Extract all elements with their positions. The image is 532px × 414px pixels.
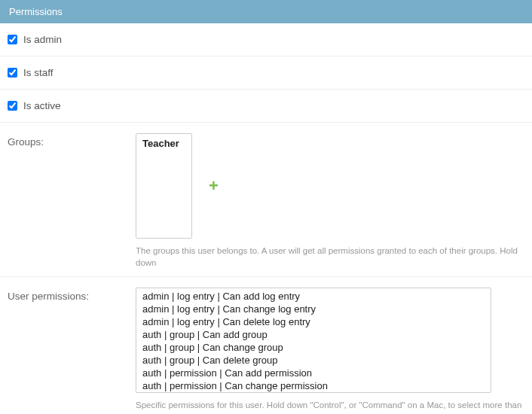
group-option[interactable]: Teacher (138, 135, 190, 151)
groups-label: Groups: (8, 133, 136, 148)
groups-help-text: The groups this user belongs to. A user … (136, 245, 524, 269)
is-staff-checkbox[interactable] (8, 68, 17, 78)
add-group-icon[interactable]: + (209, 178, 219, 194)
is-active-label: Is active (23, 100, 61, 111)
is-admin-checkbox[interactable] (8, 35, 17, 44)
permission-option[interactable]: admin | log entry | Can change log entry (138, 303, 489, 315)
is-active-checkbox[interactable] (8, 101, 17, 111)
permission-option[interactable]: auth | group | Can add group (138, 328, 489, 341)
permission-option[interactable]: auth | permission | Can add permission (138, 367, 489, 379)
user-permissions-select[interactable]: admin | log entry | Can add log entryadm… (136, 288, 491, 393)
is-admin-label: Is admin (23, 34, 62, 45)
permissions-title: Permissions (9, 6, 63, 17)
permission-option[interactable]: auth | group | Can change group (138, 341, 489, 354)
groups-select[interactable]: Teacher (136, 133, 192, 239)
user-permissions-row: User permissions: admin | log entry | Ca… (0, 277, 532, 414)
groups-row: Groups: Teacher + The groups this user b… (0, 123, 532, 277)
user-permissions-label: User permissions: (8, 288, 136, 302)
is-staff-row: Is staff (0, 56, 532, 90)
permissions-header: Permissions (0, 0, 532, 23)
permission-option[interactable]: admin | log entry | Can add log entry (138, 290, 489, 303)
is-active-row: Is active (0, 90, 532, 123)
user-permissions-help-text: Specific permissions for this user. Hold… (136, 399, 524, 414)
is-staff-label: Is staff (23, 67, 54, 78)
permission-option[interactable]: auth | permission | Can change permissio… (138, 379, 489, 392)
is-admin-row: Is admin (0, 23, 532, 56)
permission-option[interactable]: admin | log entry | Can delete log entry (138, 315, 489, 328)
permission-option[interactable]: auth | group | Can delete group (138, 354, 489, 367)
